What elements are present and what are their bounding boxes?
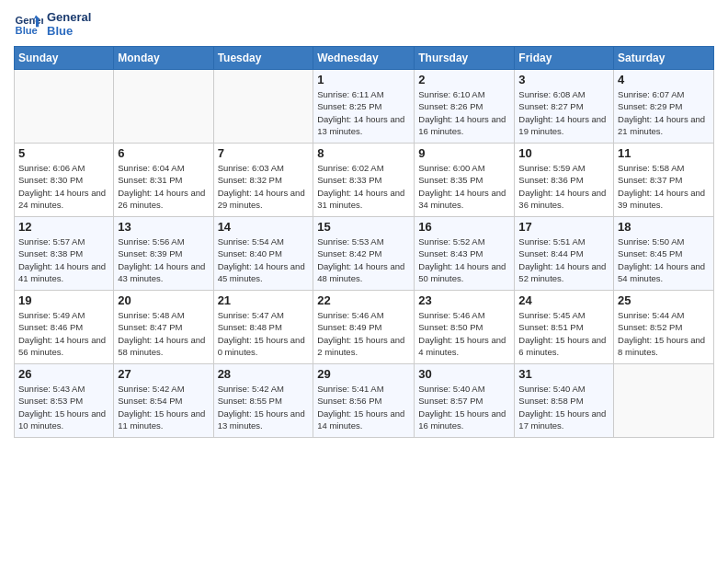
weekday-header-row: SundayMondayTuesdayWednesdayThursdayFrid… bbox=[15, 47, 714, 70]
day-number: 1 bbox=[317, 73, 410, 86]
calendar-cell: 3Sunrise: 6:08 AM Sunset: 8:27 PM Daylig… bbox=[515, 70, 614, 144]
day-number: 26 bbox=[18, 367, 109, 381]
day-number: 5 bbox=[18, 146, 109, 160]
calendar-cell: 14Sunrise: 5:54 AM Sunset: 8:40 PM Dayli… bbox=[213, 217, 313, 291]
calendar-cell: 15Sunrise: 5:53 AM Sunset: 8:42 PM Dayli… bbox=[313, 217, 415, 291]
page-header: General Blue General Blue bbox=[14, 9, 714, 39]
day-number: 21 bbox=[218, 293, 310, 307]
day-detail: Sunrise: 5:46 AM Sunset: 8:50 PM Dayligh… bbox=[418, 309, 510, 358]
calendar-cell: 13Sunrise: 5:56 AM Sunset: 8:39 PM Dayli… bbox=[114, 217, 213, 291]
day-number: 18 bbox=[618, 220, 710, 234]
day-detail: Sunrise: 6:11 AM Sunset: 8:25 PM Dayligh… bbox=[317, 88, 410, 137]
weekday-monday: Monday bbox=[114, 47, 213, 70]
weekday-thursday: Thursday bbox=[415, 47, 515, 70]
day-number: 15 bbox=[317, 220, 410, 234]
day-number: 9 bbox=[418, 146, 510, 160]
day-number: 17 bbox=[518, 220, 609, 234]
day-detail: Sunrise: 5:57 AM Sunset: 8:38 PM Dayligh… bbox=[18, 236, 109, 284]
svg-text:General: General bbox=[16, 15, 43, 26]
calendar-cell bbox=[15, 70, 114, 144]
day-detail: Sunrise: 5:47 AM Sunset: 8:48 PM Dayligh… bbox=[218, 309, 310, 358]
day-detail: Sunrise: 6:02 AM Sunset: 8:33 PM Dayligh… bbox=[317, 162, 410, 211]
day-detail: Sunrise: 6:10 AM Sunset: 8:26 PM Dayligh… bbox=[418, 88, 510, 137]
calendar-cell: 26Sunrise: 5:43 AM Sunset: 8:53 PM Dayli… bbox=[15, 364, 114, 438]
calendar-cell: 27Sunrise: 5:42 AM Sunset: 8:54 PM Dayli… bbox=[114, 364, 213, 438]
weekday-friday: Friday bbox=[515, 47, 614, 70]
calendar-cell: 29Sunrise: 5:41 AM Sunset: 8:56 PM Dayli… bbox=[313, 364, 415, 438]
calendar-cell: 22Sunrise: 5:46 AM Sunset: 8:49 PM Dayli… bbox=[313, 291, 415, 364]
day-detail: Sunrise: 5:58 AM Sunset: 8:37 PM Dayligh… bbox=[618, 162, 710, 211]
calendar-cell bbox=[114, 70, 213, 144]
day-number: 28 bbox=[218, 367, 310, 381]
week-row-1: 5Sunrise: 6:06 AM Sunset: 8:30 PM Daylig… bbox=[15, 144, 714, 217]
day-number: 22 bbox=[317, 293, 410, 307]
logo-icon: General Blue bbox=[14, 9, 43, 39]
day-number: 20 bbox=[118, 293, 209, 307]
day-detail: Sunrise: 5:53 AM Sunset: 8:42 PM Dayligh… bbox=[317, 236, 410, 284]
day-detail: Sunrise: 5:48 AM Sunset: 8:47 PM Dayligh… bbox=[118, 309, 209, 358]
calendar-cell: 25Sunrise: 5:44 AM Sunset: 8:52 PM Dayli… bbox=[614, 291, 714, 364]
calendar-cell: 6Sunrise: 6:04 AM Sunset: 8:31 PM Daylig… bbox=[114, 144, 213, 217]
day-number: 11 bbox=[618, 146, 710, 160]
weekday-saturday: Saturday bbox=[614, 47, 714, 70]
calendar-cell bbox=[614, 364, 714, 438]
day-detail: Sunrise: 5:41 AM Sunset: 8:56 PM Dayligh… bbox=[317, 383, 410, 431]
day-number: 16 bbox=[418, 220, 510, 234]
calendar-cell: 24Sunrise: 5:45 AM Sunset: 8:51 PM Dayli… bbox=[515, 291, 614, 364]
calendar-cell: 19Sunrise: 5:49 AM Sunset: 8:46 PM Dayli… bbox=[15, 291, 114, 364]
calendar-table: SundayMondayTuesdayWednesdayThursdayFrid… bbox=[14, 46, 714, 438]
calendar-cell: 17Sunrise: 5:51 AM Sunset: 8:44 PM Dayli… bbox=[515, 217, 614, 291]
day-detail: Sunrise: 5:50 AM Sunset: 8:45 PM Dayligh… bbox=[618, 236, 710, 284]
week-row-4: 26Sunrise: 5:43 AM Sunset: 8:53 PM Dayli… bbox=[15, 364, 714, 438]
calendar-cell: 21Sunrise: 5:47 AM Sunset: 8:48 PM Dayli… bbox=[213, 291, 313, 364]
day-detail: Sunrise: 5:56 AM Sunset: 8:39 PM Dayligh… bbox=[118, 236, 209, 284]
day-detail: Sunrise: 5:40 AM Sunset: 8:57 PM Dayligh… bbox=[418, 383, 510, 431]
calendar-cell: 31Sunrise: 5:40 AM Sunset: 8:58 PM Dayli… bbox=[515, 364, 614, 438]
day-number: 31 bbox=[518, 367, 609, 381]
calendar-cell: 30Sunrise: 5:40 AM Sunset: 8:57 PM Dayli… bbox=[415, 364, 515, 438]
day-detail: Sunrise: 5:51 AM Sunset: 8:44 PM Dayligh… bbox=[518, 236, 609, 284]
logo: General Blue General Blue bbox=[14, 9, 91, 39]
weekday-sunday: Sunday bbox=[15, 47, 114, 70]
day-number: 7 bbox=[218, 146, 310, 160]
day-detail: Sunrise: 6:08 AM Sunset: 8:27 PM Dayligh… bbox=[518, 88, 609, 137]
day-detail: Sunrise: 5:44 AM Sunset: 8:52 PM Dayligh… bbox=[618, 309, 710, 358]
weekday-wednesday: Wednesday bbox=[313, 47, 415, 70]
calendar-cell: 23Sunrise: 5:46 AM Sunset: 8:50 PM Dayli… bbox=[415, 291, 515, 364]
week-row-3: 19Sunrise: 5:49 AM Sunset: 8:46 PM Dayli… bbox=[15, 291, 714, 364]
calendar-cell: 12Sunrise: 5:57 AM Sunset: 8:38 PM Dayli… bbox=[15, 217, 114, 291]
day-detail: Sunrise: 5:40 AM Sunset: 8:58 PM Dayligh… bbox=[518, 383, 609, 431]
calendar-cell: 7Sunrise: 6:03 AM Sunset: 8:32 PM Daylig… bbox=[213, 144, 313, 217]
day-detail: Sunrise: 5:46 AM Sunset: 8:49 PM Dayligh… bbox=[317, 309, 410, 358]
calendar-cell: 16Sunrise: 5:52 AM Sunset: 8:43 PM Dayli… bbox=[415, 217, 515, 291]
calendar-cell: 18Sunrise: 5:50 AM Sunset: 8:45 PM Dayli… bbox=[614, 217, 714, 291]
day-number: 25 bbox=[618, 293, 710, 307]
day-number: 19 bbox=[18, 293, 109, 307]
day-detail: Sunrise: 6:06 AM Sunset: 8:30 PM Dayligh… bbox=[18, 162, 109, 211]
day-detail: Sunrise: 5:49 AM Sunset: 8:46 PM Dayligh… bbox=[18, 309, 109, 358]
calendar-cell: 10Sunrise: 5:59 AM Sunset: 8:36 PM Dayli… bbox=[515, 144, 614, 217]
svg-text:Blue: Blue bbox=[16, 25, 38, 36]
day-detail: Sunrise: 6:04 AM Sunset: 8:31 PM Dayligh… bbox=[118, 162, 209, 211]
day-detail: Sunrise: 5:52 AM Sunset: 8:43 PM Dayligh… bbox=[418, 236, 510, 284]
day-detail: Sunrise: 6:03 AM Sunset: 8:32 PM Dayligh… bbox=[218, 162, 310, 211]
calendar-cell: 28Sunrise: 5:42 AM Sunset: 8:55 PM Dayli… bbox=[213, 364, 313, 438]
calendar-cell: 11Sunrise: 5:58 AM Sunset: 8:37 PM Dayli… bbox=[614, 144, 714, 217]
day-detail: Sunrise: 6:00 AM Sunset: 8:35 PM Dayligh… bbox=[418, 162, 510, 211]
weekday-tuesday: Tuesday bbox=[213, 47, 313, 70]
day-number: 3 bbox=[518, 73, 609, 86]
day-detail: Sunrise: 5:45 AM Sunset: 8:51 PM Dayligh… bbox=[518, 309, 609, 358]
day-number: 13 bbox=[118, 220, 209, 234]
day-detail: Sunrise: 5:42 AM Sunset: 8:55 PM Dayligh… bbox=[218, 383, 310, 431]
day-detail: Sunrise: 5:59 AM Sunset: 8:36 PM Dayligh… bbox=[518, 162, 609, 211]
day-number: 12 bbox=[18, 220, 109, 234]
day-number: 14 bbox=[218, 220, 310, 234]
calendar-cell: 4Sunrise: 6:07 AM Sunset: 8:29 PM Daylig… bbox=[614, 70, 714, 144]
day-detail: Sunrise: 5:43 AM Sunset: 8:53 PM Dayligh… bbox=[18, 383, 109, 431]
day-number: 27 bbox=[118, 367, 209, 381]
day-detail: Sunrise: 5:54 AM Sunset: 8:40 PM Dayligh… bbox=[218, 236, 310, 284]
calendar-cell: 2Sunrise: 6:10 AM Sunset: 8:26 PM Daylig… bbox=[415, 70, 515, 144]
calendar-cell: 8Sunrise: 6:02 AM Sunset: 8:33 PM Daylig… bbox=[313, 144, 415, 217]
day-number: 8 bbox=[317, 146, 410, 160]
day-detail: Sunrise: 6:07 AM Sunset: 8:29 PM Dayligh… bbox=[618, 88, 710, 137]
